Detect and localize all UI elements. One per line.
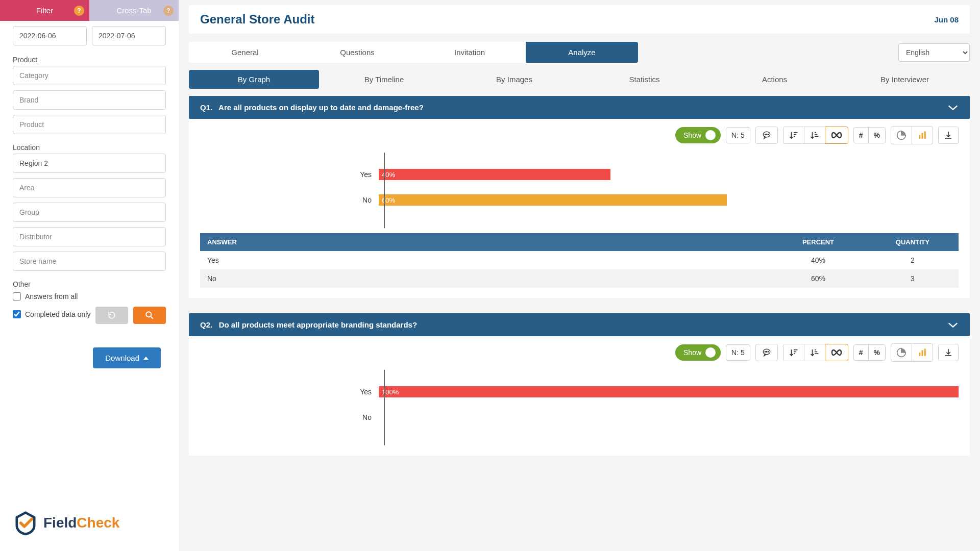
subtab-by-timeline[interactable]: By Timeline — [319, 70, 449, 89]
area-input[interactable] — [13, 178, 166, 197]
sidebar-tab-filter-label: Filter — [36, 6, 53, 15]
infinity-button[interactable] — [825, 127, 848, 144]
section-label-product: Product — [13, 56, 166, 64]
product-input[interactable] — [13, 115, 166, 134]
pie-chart-button[interactable] — [891, 343, 912, 362]
download-chart-button[interactable] — [938, 127, 959, 144]
sort-asc-button[interactable] — [804, 127, 825, 144]
answers-from-all-label: Answers from all — [25, 292, 78, 300]
date-from-input[interactable] — [13, 26, 87, 45]
tab-invitation[interactable]: Invitation — [413, 42, 526, 63]
question-header[interactable]: Q2. Do all products meet appropriate bra… — [189, 313, 970, 336]
svg-rect-30 — [919, 353, 920, 356]
answers-from-all-input[interactable] — [13, 292, 21, 300]
comments-button[interactable] — [755, 344, 778, 361]
category-input[interactable] — [13, 66, 166, 85]
svg-point-21 — [768, 352, 769, 353]
svg-rect-14 — [919, 135, 920, 139]
sort-asc-button[interactable] — [804, 344, 825, 361]
download-chart-button[interactable] — [938, 344, 959, 361]
chart-label: No — [200, 413, 379, 421]
quantity-cell: 3 — [867, 269, 959, 288]
subtab-statistics[interactable]: Statistics — [579, 70, 709, 89]
subtab-by-images[interactable]: By Images — [449, 70, 579, 89]
comments-button[interactable] — [755, 127, 778, 144]
question-toolbar: Show N: 5 # % — [200, 126, 959, 144]
sidebar-tab-crosstab-label: Cross-Tab — [116, 6, 151, 15]
svg-point-0 — [146, 312, 151, 317]
sort-desc-button[interactable] — [783, 344, 804, 361]
chart-row: Yes 100% — [200, 384, 959, 399]
distributor-input[interactable] — [13, 227, 166, 246]
infinity-button[interactable] — [825, 344, 848, 361]
pie-chart-button[interactable] — [891, 126, 912, 144]
th-quantity: QUANTITY — [867, 233, 959, 251]
search-button[interactable] — [133, 307, 166, 324]
svg-rect-16 — [924, 132, 926, 139]
sidebar-tab-filter[interactable]: Filter ? — [0, 0, 89, 21]
download-icon — [944, 348, 953, 357]
completed-only-checkbox[interactable]: Completed data only — [13, 310, 90, 318]
region-input[interactable] — [13, 154, 166, 173]
completed-only-input[interactable] — [13, 310, 21, 318]
table-row: No 60% 3 — [200, 269, 959, 288]
th-answer: ANSWER — [200, 233, 770, 251]
bar-chart-button[interactable] — [912, 343, 933, 362]
group-input[interactable] — [13, 203, 166, 222]
answers-from-all-checkbox[interactable]: Answers from all — [13, 292, 166, 300]
subtab-by-interviewer[interactable]: By Interviewer — [840, 70, 970, 89]
infinity-icon — [830, 348, 843, 357]
page-title: General Store Audit — [200, 12, 314, 27]
n-count-button[interactable]: N: 5 — [726, 344, 750, 361]
sort-desc-icon — [789, 348, 799, 357]
tab-questions[interactable]: Questions — [301, 42, 413, 63]
brand-input[interactable] — [13, 90, 166, 110]
percent-mode-button[interactable]: % — [868, 127, 886, 143]
analyze-sub-tabs: By Graph By Timeline By Images Statistic… — [189, 70, 970, 89]
reset-button[interactable] — [95, 307, 128, 324]
subtab-actions[interactable]: Actions — [709, 70, 840, 89]
help-icon[interactable]: ? — [74, 6, 84, 16]
subtab-by-graph[interactable]: By Graph — [189, 70, 319, 89]
chart-row: Yes 40% — [200, 167, 959, 182]
n-count-button[interactable]: N: 5 — [726, 127, 750, 143]
store-input[interactable] — [13, 252, 166, 271]
svg-line-1 — [151, 317, 153, 319]
completed-only-label: Completed data only — [25, 310, 90, 318]
download-button[interactable]: Download — [93, 347, 161, 368]
bar-chart-button[interactable] — [912, 126, 933, 144]
answer-cell: No — [200, 269, 770, 288]
comment-icon — [761, 348, 772, 357]
svg-rect-31 — [922, 350, 923, 356]
chart-label: No — [200, 196, 379, 204]
tab-analyze[interactable]: Analyze — [526, 42, 638, 63]
show-toggle[interactable]: Show — [675, 344, 721, 361]
language-select[interactable]: English — [898, 43, 970, 62]
count-mode-button[interactable]: # — [853, 344, 869, 361]
tab-general[interactable]: General — [189, 42, 301, 63]
answer-cell: Yes — [200, 251, 770, 269]
show-label: Show — [683, 131, 701, 139]
infinity-icon — [830, 131, 843, 139]
chart-row: No — [200, 410, 959, 425]
sidebar-tab-crosstab[interactable]: Cross-Tab ? — [89, 0, 179, 21]
download-icon — [944, 131, 953, 140]
percent-mode-button[interactable]: % — [868, 344, 886, 361]
count-mode-button[interactable]: # — [853, 127, 869, 143]
svg-point-5 — [768, 134, 769, 135]
show-toggle[interactable]: Show — [675, 127, 721, 143]
sort-desc-button[interactable] — [783, 127, 804, 144]
question-header[interactable]: Q1. Are all products on display up to da… — [189, 96, 970, 119]
chart-area: Yes 40% No 60% — [200, 153, 959, 228]
chart-row: No 60% — [200, 192, 959, 208]
question-title: Q2. Do all products meet appropriate bra… — [200, 320, 417, 329]
section-label-other: Other — [13, 280, 166, 288]
logo-icon — [13, 510, 38, 536]
help-icon[interactable]: ? — [163, 6, 174, 16]
date-to-input[interactable] — [92, 26, 166, 45]
chart-axis — [384, 370, 385, 445]
question-panel: Q1. Are all products on display up to da… — [189, 96, 970, 298]
svg-point-4 — [766, 134, 767, 135]
chart-label: Yes — [200, 170, 379, 179]
pie-chart-icon — [896, 347, 906, 358]
